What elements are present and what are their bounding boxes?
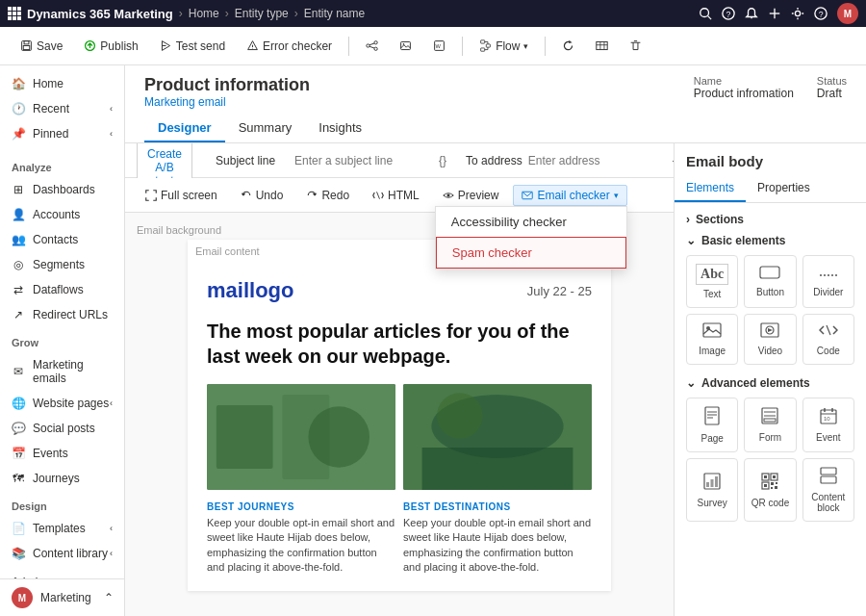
svg-rect-3 [8, 12, 12, 15]
sidebar-item-marketing-emails[interactable]: ✉ Marketing emails [0, 352, 124, 391]
bell-icon[interactable] [745, 7, 758, 20]
element-image[interactable]: Image [686, 314, 738, 365]
sidebar-item-redirect-urls[interactable]: ↗ Redirect URLs [0, 302, 124, 327]
element-survey[interactable]: Survey [686, 458, 738, 522]
delete-button[interactable] [621, 35, 650, 57]
apps-menu[interactable] [8, 7, 21, 20]
tab-summary[interactable]: Summary [225, 115, 306, 142]
subject-bracket-icon[interactable]: {} [439, 154, 446, 167]
element-form[interactable]: Form [744, 398, 796, 452]
svg-point-29 [374, 47, 377, 50]
breadcrumb-home[interactable]: Home [189, 7, 219, 20]
page-meta: Name Product infromation Status Draft [694, 75, 847, 100]
image-element-icon [702, 322, 722, 342]
html-icon [372, 190, 384, 201]
sidebar-item-dataflows[interactable]: ⇄ Dataflows [0, 277, 124, 302]
sidebar-avatar[interactable]: M [12, 587, 33, 608]
undo-button[interactable]: Undo [232, 185, 293, 206]
svg-point-53 [446, 193, 449, 196]
basic-elements-header[interactable]: ⌄ Basic elements [686, 234, 854, 247]
sidebar-item-dashboards[interactable]: ⊞ Dashboards [0, 177, 124, 202]
email-canvas[interactable]: Email background Email content maillogo … [125, 213, 674, 616]
subject-input[interactable] [294, 154, 439, 167]
save-button[interactable]: Save [12, 35, 71, 58]
word-button[interactable]: W [424, 35, 454, 57]
breadcrumb-entity-type[interactable]: Entity type [235, 7, 289, 20]
divider-element-icon [818, 266, 839, 283]
spam-checker-item[interactable]: Spam checker [436, 237, 626, 269]
events-icon: 📅 [12, 447, 25, 460]
element-qr-code[interactable]: QR code [744, 458, 796, 522]
sidebar-item-home[interactable]: 🏠 Home [0, 71, 124, 96]
sidebar-item-segments[interactable]: ◎ Segments [0, 252, 124, 277]
sidebar-item-journeys[interactable]: 🗺 Journeys [0, 466, 124, 491]
sidebar-item-website-pages[interactable]: 🌐 Website pages ‹ [0, 391, 124, 416]
top-bar-right: ? ? M [699, 3, 858, 24]
test-send-button[interactable]: Test send [151, 35, 234, 58]
redo-button[interactable]: Redo [297, 185, 358, 206]
website-chevron: ‹ [110, 398, 113, 408]
to-input[interactable] [528, 154, 673, 167]
element-event[interactable]: 10 Event [802, 398, 854, 452]
help-icon[interactable]: ? [722, 7, 735, 20]
sections-header[interactable]: › Sections [686, 213, 854, 226]
svg-point-58 [308, 406, 369, 468]
refresh-button[interactable] [553, 35, 583, 57]
redo-icon [306, 190, 318, 201]
segments-icon: ◎ [12, 258, 25, 271]
right-panel-title: Email body [675, 143, 866, 169]
dataflows-icon: ⇄ [12, 283, 25, 296]
flow-button[interactable]: Flow ▾ [471, 35, 537, 58]
publish-button[interactable]: Publish [75, 35, 146, 58]
element-video[interactable]: Video [744, 314, 796, 365]
search-icon[interactable] [699, 7, 712, 20]
email-checker-button[interactable]: Email checker ▾ [513, 185, 626, 206]
svg-rect-71 [705, 407, 719, 424]
settings-icon[interactable] [791, 7, 804, 20]
sidebar-item-social-posts[interactable]: 💬 Social posts [0, 416, 124, 441]
svg-rect-2 [17, 7, 21, 11]
avatar[interactable]: M [837, 3, 858, 24]
element-button[interactable]: Button [744, 255, 796, 308]
sidebar-item-templates[interactable]: 📄 Templates ‹ [0, 516, 124, 541]
image-button[interactable] [391, 35, 420, 57]
svg-rect-5 [17, 12, 21, 15]
preview-button[interactable]: Preview [434, 185, 508, 206]
error-checker-button[interactable]: Error checker [238, 35, 341, 58]
accessibility-checker-item[interactable]: Accessibility checker [436, 207, 626, 237]
element-page[interactable]: Page [686, 398, 738, 452]
sidebar-item-content-library[interactable]: 📚 Content library ‹ [0, 541, 124, 566]
sidebar-item-events[interactable]: 📅 Events [0, 441, 124, 466]
email-checker-dropdown: Accessibility checker Spam checker [435, 206, 627, 270]
element-code[interactable]: Code [802, 314, 854, 365]
advanced-elements-header[interactable]: ⌄ Advanced elements [686, 376, 854, 390]
question-icon[interactable]: ? [814, 7, 828, 20]
email-cards: BEST JOURNEYS Keep your double opt-in em… [188, 501, 611, 591]
svg-point-28 [374, 41, 377, 44]
svg-line-10 [708, 16, 712, 20]
share-button[interactable] [357, 35, 387, 57]
sidebar-item-contacts[interactable]: 👥 Contacts [0, 227, 124, 252]
tab-elements[interactable]: Elements [675, 175, 746, 202]
element-content-block[interactable]: Content block [802, 458, 854, 522]
tab-properties[interactable]: Properties [746, 175, 822, 202]
tab-designer[interactable]: Designer [144, 115, 225, 142]
fullscreen-button[interactable]: Full screen [137, 185, 226, 206]
top-bar: Dynamics 365 Marketing › Home › Entity t… [0, 0, 866, 27]
svg-line-31 [369, 43, 374, 45]
sidebar-item-pinned[interactable]: 📌 Pinned ‹ [0, 121, 124, 146]
sidebar-collapse-btn[interactable]: ⌃ [104, 591, 114, 604]
delete-icon [629, 39, 642, 52]
element-divider[interactable]: Divider [802, 255, 854, 308]
table-button[interactable] [587, 35, 617, 57]
tab-insights[interactable]: Insights [305, 115, 375, 142]
subject-label: Subject line [216, 154, 275, 167]
breadcrumb-entity-name[interactable]: Entity name [304, 7, 365, 20]
element-text[interactable]: Abc Text [686, 255, 738, 308]
add-icon[interactable] [768, 7, 781, 20]
html-button[interactable]: HTML [364, 185, 428, 206]
sidebar-item-accounts[interactable]: 👤 Accounts [0, 202, 124, 227]
undo-icon [241, 190, 252, 201]
sidebar-item-recent[interactable]: 🕐 Recent ‹ [0, 96, 124, 121]
email-date: July 22 - 25 [527, 284, 592, 298]
